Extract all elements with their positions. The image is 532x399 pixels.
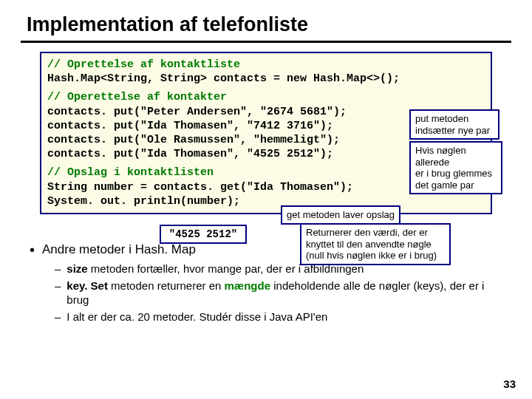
annot-text: Returnerer den værdi, der er	[306, 227, 428, 238]
annotation-put-overwrite: Hvis nøglen allerede er i brug glemmes d…	[409, 141, 502, 194]
keyword: mængde	[225, 279, 271, 292]
annot-text: er i brug glemmes	[415, 168, 492, 179]
annot-text: indsætter nye par	[415, 125, 490, 136]
code-comment: // Oprettelse af kontaktliste	[47, 58, 485, 72]
annot-text: (null hvis nøglen ikke er i brug)	[306, 250, 437, 261]
title-rule	[21, 41, 511, 43]
dash-icon: –	[55, 279, 61, 293]
method-name: size	[66, 262, 87, 275]
annotation-get: get metoden laver opslag	[281, 205, 400, 225]
bullet-sub: – I alt er der ca. 20 metoder. Studér di…	[55, 310, 502, 324]
slide-title: Implementation af telefonliste	[0, 0, 532, 41]
method-name: key. Set	[66, 279, 108, 292]
bullet-dot-icon: •	[30, 242, 35, 257]
annot-text: knyttet til den anvendte nøgle	[306, 239, 432, 250]
bullet-sub-text: key. Set metoden returnerer en mængde in…	[66, 279, 502, 307]
annot-text: det gamle par	[415, 180, 474, 191]
code-line: Hash.Map<String, String> contacts = new …	[47, 72, 485, 86]
annot-text: Hvis nøglen allerede	[415, 145, 466, 168]
code-line: System. out. println(number);	[47, 194, 485, 208]
page-number: 33	[503, 378, 516, 390]
annot-text: put metoden	[415, 113, 468, 124]
dash-icon: –	[55, 262, 61, 276]
code-comment: // Operettelse af kontakter	[47, 90, 485, 104]
bullet-sub-text: I alt er der ca. 20 metoder. Studér diss…	[66, 310, 327, 324]
bullet-sub: – key. Set metoden returnerer en mængde …	[55, 279, 502, 307]
annotation-put: put metoden indsætter nye par	[409, 109, 499, 140]
value-callout: "4525 2512"	[160, 225, 247, 244]
annot-text: get metoden laver opslag	[287, 209, 395, 220]
bullet-top-text: Andre metoder i Hash. Map	[42, 242, 196, 257]
dash-icon: –	[55, 310, 61, 324]
annotation-return: Returnerer den værdi, der er knyttet til…	[300, 223, 451, 265]
